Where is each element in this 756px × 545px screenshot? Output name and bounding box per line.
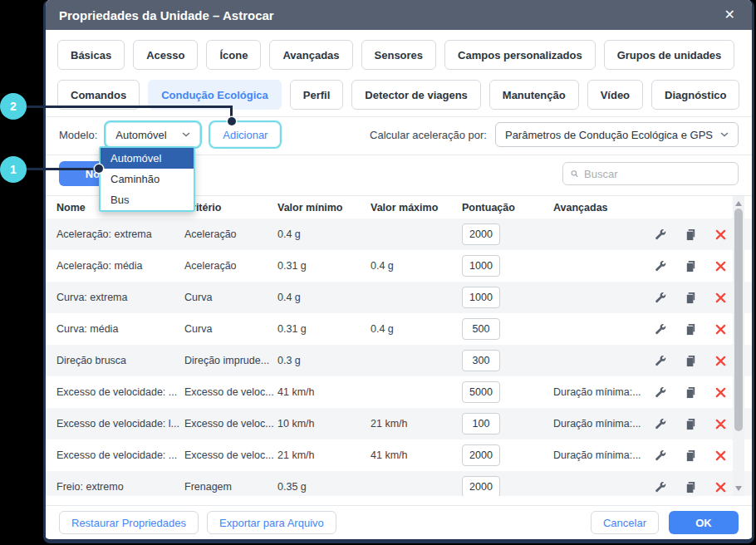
tab-detector-de-viagens[interactable]: Detector de viagens [351,80,481,110]
delete-icon[interactable] [714,481,727,493]
wrench-icon[interactable] [655,449,667,462]
chevron-down-icon [720,132,729,137]
cell-criterion: Curva [184,323,277,335]
cell-min: 0.4 g [277,292,371,303]
search-input[interactable] [584,168,730,180]
cell-criterion: Aceleração [184,228,277,240]
tab-grupos-de-unidades[interactable]: Grupos de unidades [604,40,735,70]
scroll-thumb[interactable] [734,209,743,431]
delete-icon[interactable] [714,292,727,304]
ok-button[interactable]: OK [669,511,739,534]
callout-badge-2: 2 [0,93,27,120]
score-input[interactable]: 100 [462,413,500,435]
score-input[interactable]: 1000 [462,287,500,308]
scroll-down-icon[interactable] [735,486,742,491]
tab-manutencao[interactable]: Manutenção [489,80,579,110]
delete-icon[interactable] [714,418,727,430]
cell-name: Aceleração: extrema [56,228,184,240]
score-input[interactable]: 300 [462,350,500,371]
tab-avancadas[interactable]: Avançadas [269,40,352,70]
dropdown-option-bus[interactable]: Bus [101,189,194,210]
adicionar-button[interactable]: Adicionar [210,122,280,147]
copy-icon[interactable] [685,449,697,462]
wrench-icon[interactable] [655,481,667,493]
dialog-titlebar: Propriedades da Unidade – Astrocar ✕ [46,0,752,30]
score-input[interactable]: 500 [462,318,500,340]
delete-icon[interactable] [714,355,727,367]
wrench-icon[interactable] [655,228,667,241]
col-valor-minimo: Valor mínimo [277,202,371,214]
copy-icon[interactable] [685,386,697,399]
cell-criterion: Curva [184,292,277,303]
chevron-down-icon [182,132,190,137]
dropdown-option-automovel[interactable]: Automóvel [101,148,194,169]
cell-criterion: Excesso de veloc... [184,386,277,398]
copy-icon[interactable] [685,323,697,336]
delete-icon[interactable] [714,323,727,336]
tab-diagnostico[interactable]: Diagnóstico [651,80,739,110]
unit-properties-dialog: Propriedades da Unidade – Astrocar ✕ Bás… [43,0,754,543]
table-body: Aceleração: extrema Aceleração 0.4 g 200… [46,218,752,496]
copy-icon[interactable] [685,481,697,493]
score-input[interactable]: 2000 [462,476,500,496]
col-valor-maximo: Valor máximo [371,202,462,214]
cell-name: Curva: média [56,323,184,335]
wrench-icon[interactable] [655,418,667,430]
score-input[interactable]: 5000 [462,381,500,403]
footer: Restaurar Propriedades Exportar para Arq… [59,511,739,534]
copy-icon[interactable] [685,228,697,241]
table-row: Curva: extrema Curva 0.4 g 1000 [46,282,752,313]
cancel-button[interactable]: Cancelar [591,511,659,534]
tab-video[interactable]: Vídeo [587,80,643,110]
copy-icon[interactable] [685,260,697,272]
restore-properties-button[interactable]: Restaurar Propriedades [59,511,199,534]
delete-icon[interactable] [714,386,727,399]
wrench-icon[interactable] [655,260,667,272]
model-select[interactable]: Automóvel [106,122,200,147]
wrench-icon[interactable] [655,323,667,336]
close-icon[interactable]: ✕ [721,7,739,23]
tab-icone[interactable]: Ícone [206,40,261,70]
cell-criterion: Aceleração [184,260,277,272]
cell-name: Curva: extrema [56,292,184,303]
dialog-title: Propriedades da Unidade – Astrocar [59,8,274,22]
tab-campos-personalizados[interactable]: Campos personalizados [444,40,596,70]
wrench-icon[interactable] [655,355,667,367]
wrench-icon[interactable] [655,386,667,399]
tabs-row-1: Básicas Acesso Ícone Avançadas Sensores … [57,40,740,70]
tab-perfil[interactable]: Perfil [290,80,344,110]
scroll-up-icon[interactable] [735,201,742,206]
tab-sensores[interactable]: Sensores [361,40,437,70]
score-input[interactable]: 2000 [462,444,500,466]
delete-icon[interactable] [714,449,727,462]
table-row: Freio: extremo Frenagem 0.35 g 2000 [46,471,752,496]
cell-min: 0.31 g [277,323,371,335]
cell-min: 21 km/h [277,449,371,461]
criteria-table: Nome Critério Valor mínimo Valor máximo … [46,195,752,496]
cell-advanced: Duração mínima:... [553,418,653,430]
cell-name: Freio: extremo [56,481,184,493]
copy-icon[interactable] [685,355,697,367]
callout-dot [95,164,103,173]
delete-icon[interactable] [714,260,727,272]
copy-icon[interactable] [685,418,697,430]
cell-max: 0.4 g [371,323,462,335]
score-input[interactable]: 2000 [462,223,500,245]
dropdown-option-caminhao[interactable]: Caminhão [101,169,194,189]
score-input[interactable]: 1000 [462,255,500,277]
export-file-button[interactable]: Exportar para Arquivo [207,511,336,534]
delete-icon[interactable] [714,228,727,241]
wrench-icon[interactable] [655,292,667,304]
tab-basicas[interactable]: Básicas [57,40,125,70]
table-scrollbar[interactable] [733,196,744,496]
tab-acesso[interactable]: Acesso [133,40,198,70]
search-box[interactable] [562,162,739,185]
table-row: Curva: média Curva 0.31 g 0.4 g 500 [46,313,752,345]
table-row: Aceleração: média Aceleração 0.31 g 0.4 … [46,250,752,282]
cell-max: 0.4 g [371,260,462,272]
calc-acceleration-select[interactable]: Parâmetros de Condução Ecológica e GPS [495,122,739,147]
copy-icon[interactable] [685,292,697,304]
table-row: Direção brusca Direção imprude... 0.3 g … [46,345,752,376]
cell-name: Excesso de velocidade: ... [56,449,184,461]
model-label: Modelo: [59,129,97,141]
